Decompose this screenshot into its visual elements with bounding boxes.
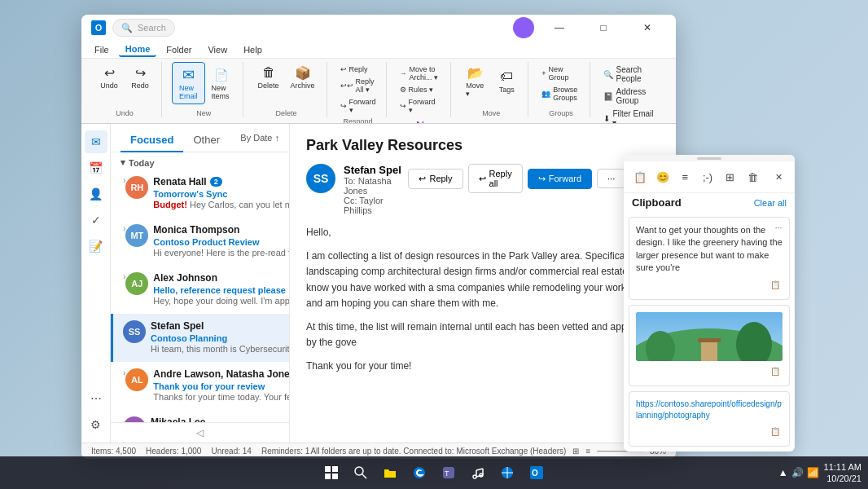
move-button[interactable]: 📂 Move ▾ [461, 62, 490, 100]
clip-item-1-more[interactable]: ··· [771, 221, 786, 236]
taskbar-edge[interactable] [406, 460, 432, 486]
rules-button[interactable]: ⚙Rules ▾ [397, 84, 445, 95]
taskbar-start[interactable] [318, 460, 344, 486]
list-item[interactable]: SS Stefan Spel 10:54 AM Contoso Planning… [111, 314, 289, 362]
email-preview-1: Budget! Hey Carlos, can you let me know … [153, 200, 289, 209]
menu-file[interactable]: File [88, 43, 116, 56]
email-item-header-6: ML Mikaela Lee 10:11 AM Remote Yoga Work… [123, 416, 279, 422]
delete-icon: 🗑 [261, 64, 277, 81]
collapse-panel-button[interactable]: ◁ [194, 426, 207, 439]
clipboard-grid-tool[interactable]: ⊞ [721, 166, 740, 187]
redo-button[interactable]: ↪ Redo [125, 62, 155, 92]
forward-qs-button[interactable]: ↪Forward ▾ [397, 96, 445, 116]
minimize-button[interactable]: — [541, 15, 578, 41]
onenote-button[interactable]: N OneNote [402, 117, 438, 124]
avatar-1: RH [125, 176, 148, 199]
list-item[interactable]: › RH Renata Hall 2 11:11 PM Tomorrow's S… [111, 170, 289, 218]
clipboard-item-text[interactable]: ··· Want to get your thoughts on the des… [629, 217, 790, 300]
action-buttons: ↩ Reply ↩ Reply all ↪ Forward ··· 11:11 … [408, 164, 660, 193]
nav-more[interactable]: ⋯ [85, 387, 107, 410]
taskbar-file-explorer[interactable] [377, 460, 403, 486]
reply-all-button[interactable]: ↩ Reply all [468, 164, 523, 193]
clipboard-item-url[interactable]: ··· https://contoso.sharepoint/officedes… [629, 391, 790, 447]
clipboard-clear-button[interactable]: Clear all [754, 198, 787, 208]
tags-button[interactable]: 🏷 Tags [492, 66, 521, 96]
wifi-icon[interactable]: ▲ [778, 467, 788, 478]
menu-home[interactable]: Home [119, 42, 157, 57]
archive-button[interactable]: 📦 Archive [286, 62, 320, 92]
clipboard-delete-tool[interactable]: 🗑 [743, 166, 763, 187]
clip-item-2-copy[interactable]: 📋 [768, 364, 783, 379]
taskbar-search[interactable] [348, 460, 374, 486]
maximize-button[interactable]: □ [585, 15, 622, 41]
view-icon-1[interactable]: ⊞ [572, 447, 579, 456]
user-avatar[interactable] [513, 17, 534, 38]
tab-other[interactable]: Other [183, 129, 230, 152]
forward-button[interactable]: ↪ Forward [528, 169, 592, 189]
taskbar-browser[interactable] [494, 460, 520, 486]
clip-item-3-more[interactable]: ··· [771, 395, 786, 410]
clip-item-3-actions: ··· [771, 395, 786, 410]
outlook-window: O 🔍 Search — □ ✕ File Home Folder View H… [81, 15, 676, 459]
list-item[interactable]: ML Mikaela Lee 10:11 AM Remote Yoga Work… [111, 410, 289, 422]
clipboard-item-image[interactable]: ··· [629, 305, 790, 386]
reply-ribbon-button[interactable]: ↩Reply [337, 64, 379, 75]
clipboard-copy-tool[interactable]: 📋 [630, 166, 650, 187]
email-list: ▾ Today › RH Renata Hall 2 11:11 PM [111, 152, 289, 422]
filter-button[interactable]: By Date ↑ [240, 133, 279, 148]
clipboard-list-tool[interactable]: ≡ [675, 166, 695, 187]
taskbar-music[interactable] [465, 460, 491, 486]
new-email-button[interactable]: ✉ NewEmail [172, 62, 205, 104]
email-paragraph-1: I am collecting a list of design resourc… [306, 249, 660, 311]
new-group-button[interactable]: +New Group [538, 64, 583, 83]
ribbon-group-find: 🔍Search People 📓Address Group ⬇Filter Em… [594, 62, 669, 117]
nav-settings[interactable]: ⚙ [85, 413, 107, 436]
list-item[interactable]: › MT Monica Thompson 11:02 PM Contoso Pr… [111, 218, 289, 266]
menu-folder[interactable]: Folder [160, 43, 198, 56]
outlook-app-icon: O [91, 20, 106, 35]
clipboard-emoji-tool[interactable]: 😊 [653, 166, 673, 187]
new-items-button[interactable]: 📄 New Items [207, 64, 236, 103]
menu-view[interactable]: View [201, 43, 234, 56]
taskbar-outlook[interactable]: O [524, 460, 550, 486]
nav-mail[interactable]: ✉ [85, 130, 107, 153]
filter-email-button[interactable]: ⬇Filter Email ▾ [600, 108, 663, 124]
taskbar-time-date[interactable]: 11:11 AM 10/20/21 [824, 461, 861, 485]
new-buttons: ✉ NewEmail 📄 New Items [172, 62, 236, 104]
menu-help[interactable]: Help [237, 43, 269, 56]
svg-rect-7 [332, 466, 338, 472]
clip-item-3-copy[interactable]: 📋 [768, 425, 783, 439]
volume-icon[interactable]: 🔊 [791, 467, 804, 478]
search-people-button[interactable]: 🔍Search People [600, 64, 663, 85]
move-archive-button[interactable]: →Move to Archi... ▾ [397, 64, 445, 83]
browse-groups-button[interactable]: 👥Browse Groups [538, 84, 583, 104]
network-icon[interactable]: 📶 [807, 467, 819, 478]
taskbar-teams[interactable]: T [436, 460, 462, 486]
forward-ribbon-button[interactable]: ↪Forward ▾ [337, 96, 379, 116]
address-group-button[interactable]: 📓Address Group [600, 86, 663, 107]
clip-item-1-copy[interactable]: 📋 [768, 278, 783, 293]
search-bar[interactable]: 🔍 Search [112, 19, 175, 37]
undo-button[interactable]: ↩ Undo [94, 62, 124, 92]
reply-button[interactable]: ↩ Reply [408, 169, 462, 189]
more-actions-button[interactable]: ··· [597, 169, 625, 188]
nav-contacts[interactable]: 👤 [85, 183, 107, 205]
email-paragraph-2: At this time, the list will remain inter… [306, 319, 660, 350]
nav-tasks[interactable]: ✓ [85, 209, 107, 231]
list-item[interactable]: › AL Andre Lawson, Natasha Jones 10:24 A… [111, 362, 289, 410]
svg-text:T: T [445, 469, 449, 478]
reply-all-ribbon-button[interactable]: ↩↩Reply All ▾ [337, 76, 379, 95]
list-item[interactable]: › AJ Alex Johnson 11:01 PM Hello, refere… [111, 266, 289, 314]
nav-notes[interactable]: 📝 [85, 235, 107, 258]
clipboard-drag-handle[interactable] [624, 155, 795, 161]
nav-calendar[interactable]: 📅 [85, 156, 107, 179]
email-header-row: SS Stefan Spel To: Natasha Jones Cc: Tay… [306, 164, 660, 215]
today-collapse-icon[interactable]: ▾ [121, 157, 125, 168]
delete-button[interactable]: 🗑 Delete [253, 62, 284, 92]
email-list-panel: Focused Other By Date ↑ ▾ Today [111, 124, 290, 443]
close-button[interactable]: ✕ [629, 15, 666, 41]
clipboard-close-button[interactable]: ✕ [769, 166, 788, 187]
tab-focused[interactable]: Focused [121, 129, 183, 152]
clipboard-smiley-tool[interactable]: ;-) [698, 166, 717, 187]
view-icon-2[interactable]: ≡ [585, 447, 590, 456]
